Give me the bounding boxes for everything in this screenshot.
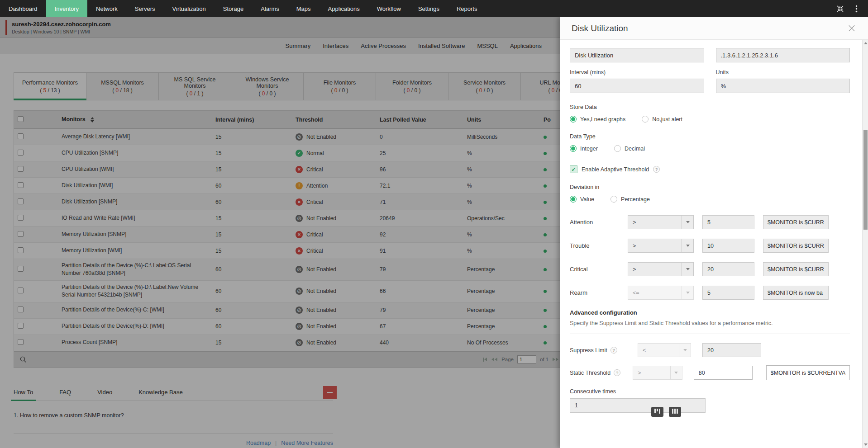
row-checkbox[interactable] bbox=[18, 198, 24, 204]
nav-item[interactable]: Network bbox=[87, 0, 126, 17]
scroll-up-icon[interactable] bbox=[864, 42, 868, 44]
panel-scrollbar[interactable] bbox=[862, 40, 868, 448]
column-header-monitors[interactable]: Monitors bbox=[62, 116, 86, 123]
row-checkbox[interactable] bbox=[18, 150, 24, 156]
nav-item[interactable]: Workflow bbox=[368, 0, 410, 17]
monitor-tab[interactable]: Service Monitors ( 0 / 0 ) bbox=[448, 73, 521, 100]
threshold-message-input[interactable] bbox=[763, 262, 829, 276]
scroll-down-icon[interactable] bbox=[864, 443, 868, 446]
deviation-radio-option[interactable]: Percentage bbox=[610, 196, 650, 203]
monitor-tab[interactable]: Folder Monitors ( 0 / 0 ) bbox=[376, 73, 448, 100]
nav-item[interactable]: Settings bbox=[410, 0, 448, 17]
units-input[interactable] bbox=[716, 79, 850, 93]
row-checkbox[interactable] bbox=[18, 166, 24, 172]
suppress-operator-select[interactable]: < bbox=[638, 343, 691, 357]
table-row[interactable]: Partition Details of the Device (%)-D:\ … bbox=[14, 281, 560, 302]
column-header-poll[interactable]: Po bbox=[544, 117, 560, 123]
collapse-help-button[interactable] bbox=[323, 386, 337, 399]
store-data-radio-option[interactable]: Yes,I need graphs bbox=[570, 116, 625, 123]
help-icon[interactable]: ? bbox=[610, 347, 617, 354]
monitor-tab[interactable]: File Monitors ( 0 / 0 ) bbox=[304, 73, 376, 100]
nav-item[interactable]: Inventory bbox=[46, 0, 87, 17]
threshold-message-input[interactable] bbox=[763, 286, 829, 300]
nav-item[interactable]: Reports bbox=[448, 0, 486, 17]
search-icon[interactable] bbox=[19, 356, 27, 363]
link-need-more-features[interactable]: Need More Features bbox=[281, 440, 333, 446]
row-checkbox[interactable] bbox=[18, 288, 24, 293]
cutoff-button-icon[interactable] bbox=[669, 407, 681, 417]
nav-item[interactable]: Virtualization bbox=[164, 0, 215, 17]
threshold-message-input[interactable] bbox=[763, 239, 829, 253]
first-page-icon[interactable] bbox=[482, 357, 487, 362]
link-roadmap[interactable]: Roadmap bbox=[246, 440, 271, 446]
select-all-checkbox[interactable] bbox=[18, 116, 24, 122]
row-checkbox[interactable] bbox=[18, 231, 24, 237]
table-row[interactable]: Partition Details of the Device(%)-D: [W… bbox=[14, 319, 560, 335]
close-icon[interactable] bbox=[847, 24, 856, 33]
table-row[interactable]: Partition Details of the Device(%)-C: [W… bbox=[14, 302, 560, 319]
nav-item[interactable]: Maps bbox=[288, 0, 320, 17]
page-number-input[interactable] bbox=[517, 355, 536, 363]
threshold-value-input[interactable] bbox=[702, 286, 754, 300]
nav-item[interactable]: Dashboard bbox=[0, 0, 46, 17]
store-data-radio-option[interactable]: No,just alert bbox=[642, 116, 682, 123]
threshold-message-input[interactable] bbox=[763, 215, 829, 229]
row-checkbox[interactable] bbox=[18, 307, 24, 312]
threshold-value-input[interactable] bbox=[702, 215, 754, 229]
kebab-menu-icon[interactable] bbox=[852, 4, 861, 13]
monitor-tab[interactable]: URL Monitors ( 0 / 0 ) bbox=[521, 73, 560, 100]
static-operator-select[interactable]: > bbox=[633, 366, 682, 380]
static-threshold-message-input[interactable] bbox=[766, 365, 850, 380]
nav-item[interactable]: Servers bbox=[126, 0, 164, 17]
column-header-units[interactable]: Units bbox=[467, 117, 544, 123]
table-row[interactable]: Disk Utilization [WMI] 60 Attention 72.1… bbox=[14, 178, 560, 194]
table-row[interactable]: IO Read and Write Rate [WMI] 15 Not Enab… bbox=[14, 210, 560, 226]
help-tab[interactable]: Video bbox=[97, 389, 112, 401]
monitor-tab[interactable]: MS SQL Service Monitors ( 0 / 1 ) bbox=[159, 73, 231, 100]
table-row[interactable]: Memory Utilization [SNMP] 15 Critical 92… bbox=[14, 226, 560, 243]
device-page-tab[interactable]: Installed Software bbox=[418, 42, 465, 49]
operator-select[interactable]: <= bbox=[628, 286, 694, 300]
help-tab[interactable]: FAQ bbox=[59, 389, 71, 401]
help-question-link[interactable]: 1. How to remove a custom SNMP monitor? bbox=[14, 412, 333, 419]
scrollbar-thumb[interactable] bbox=[863, 130, 868, 230]
row-checkbox[interactable] bbox=[18, 323, 24, 329]
interval-input[interactable] bbox=[570, 79, 704, 93]
row-checkbox[interactable] bbox=[18, 339, 24, 345]
data-type-radio-option[interactable]: Decimal bbox=[614, 145, 645, 152]
device-page-tab[interactable]: Summary bbox=[286, 42, 311, 49]
row-checkbox[interactable] bbox=[18, 247, 24, 253]
device-page-tab[interactable]: Active Processes bbox=[361, 42, 406, 49]
column-header-last-polled[interactable]: Last Polled Value bbox=[380, 117, 467, 123]
next-page-icon[interactable] bbox=[552, 357, 559, 362]
operator-select[interactable]: > bbox=[628, 239, 694, 253]
monitor-tab[interactable]: MSSQL Monitors ( 0 / 18 ) bbox=[86, 73, 159, 100]
nav-item[interactable]: Alarms bbox=[252, 0, 287, 17]
table-row[interactable]: Memory Utilization [WMI] 15 Critical 91 … bbox=[14, 243, 560, 259]
collapse-icon[interactable] bbox=[835, 4, 844, 13]
table-row[interactable]: Partition Details of the Device (%)-C:\ … bbox=[14, 259, 560, 281]
threshold-value-input[interactable] bbox=[702, 262, 754, 276]
nav-item[interactable]: Applications bbox=[320, 0, 368, 17]
static-threshold-input[interactable] bbox=[694, 366, 753, 380]
table-row[interactable]: Process Count [SNMP] 15 Not Enabled 440 … bbox=[14, 335, 560, 351]
sort-icon[interactable] bbox=[91, 117, 94, 123]
row-checkbox[interactable] bbox=[18, 266, 24, 272]
cutoff-button-icon[interactable] bbox=[651, 407, 663, 417]
deviation-radio-option[interactable]: Value bbox=[570, 196, 594, 203]
row-checkbox[interactable] bbox=[18, 182, 24, 188]
table-row[interactable]: CPU Utilization [WMI] 15 Critical 96 % bbox=[14, 161, 560, 178]
device-page-tab[interactable]: Applications bbox=[510, 42, 542, 49]
adaptive-threshold-checkbox[interactable]: ✓ bbox=[570, 165, 577, 173]
operator-select[interactable]: > bbox=[628, 262, 694, 276]
row-checkbox[interactable] bbox=[18, 133, 24, 139]
nav-item[interactable]: Storage bbox=[215, 0, 253, 17]
table-row[interactable]: Disk Utilization [SNMP] 60 Critical 71 % bbox=[14, 194, 560, 210]
oid-input[interactable] bbox=[716, 48, 850, 62]
table-row[interactable]: CPU Utilization [SNMP] 15 Normal 25 % bbox=[14, 145, 560, 161]
help-icon[interactable]: ? bbox=[653, 166, 660, 173]
monitor-tab[interactable]: Windows Service Monitors ( 0 / 0 ) bbox=[231, 73, 304, 100]
table-row[interactable]: Average Disk Latency [WMI] 15 Not Enable… bbox=[14, 129, 560, 145]
device-page-tab[interactable]: MSSQL bbox=[477, 42, 498, 49]
column-header-threshold[interactable]: Threshold bbox=[296, 117, 380, 123]
